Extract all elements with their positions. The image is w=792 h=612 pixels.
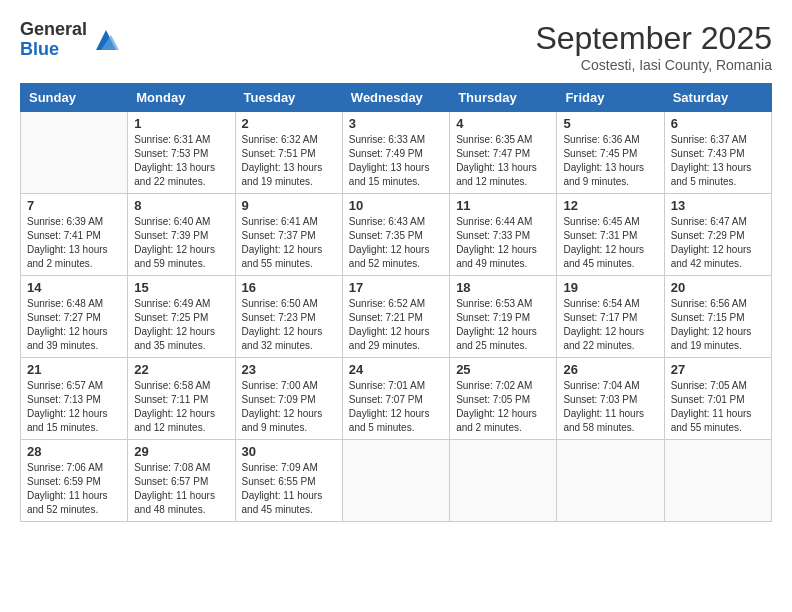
calendar-cell: 22Sunrise: 6:58 AM Sunset: 7:11 PM Dayli… [128, 358, 235, 440]
day-info: Sunrise: 6:56 AM Sunset: 7:15 PM Dayligh… [671, 297, 765, 353]
calendar-week-row: 14Sunrise: 6:48 AM Sunset: 7:27 PM Dayli… [21, 276, 772, 358]
calendar-cell: 17Sunrise: 6:52 AM Sunset: 7:21 PM Dayli… [342, 276, 449, 358]
calendar-cell: 16Sunrise: 6:50 AM Sunset: 7:23 PM Dayli… [235, 276, 342, 358]
day-info: Sunrise: 6:31 AM Sunset: 7:53 PM Dayligh… [134, 133, 228, 189]
day-info: Sunrise: 6:37 AM Sunset: 7:43 PM Dayligh… [671, 133, 765, 189]
day-number: 11 [456, 198, 550, 213]
day-number: 27 [671, 362, 765, 377]
calendar-cell: 27Sunrise: 7:05 AM Sunset: 7:01 PM Dayli… [664, 358, 771, 440]
day-info: Sunrise: 6:58 AM Sunset: 7:11 PM Dayligh… [134, 379, 228, 435]
day-number: 14 [27, 280, 121, 295]
day-info: Sunrise: 7:00 AM Sunset: 7:09 PM Dayligh… [242, 379, 336, 435]
day-info: Sunrise: 6:54 AM Sunset: 7:17 PM Dayligh… [563, 297, 657, 353]
calendar-cell: 14Sunrise: 6:48 AM Sunset: 7:27 PM Dayli… [21, 276, 128, 358]
day-number: 13 [671, 198, 765, 213]
calendar-cell: 15Sunrise: 6:49 AM Sunset: 7:25 PM Dayli… [128, 276, 235, 358]
day-info: Sunrise: 6:50 AM Sunset: 7:23 PM Dayligh… [242, 297, 336, 353]
location-subtitle: Costesti, Iasi County, Romania [535, 57, 772, 73]
day-number: 6 [671, 116, 765, 131]
calendar-header-row: SundayMondayTuesdayWednesdayThursdayFrid… [21, 84, 772, 112]
calendar-header-monday: Monday [128, 84, 235, 112]
title-block: September 2025 Costesti, Iasi County, Ro… [535, 20, 772, 73]
page-header: General Blue September 2025 Costesti, Ia… [20, 20, 772, 73]
calendar-cell [450, 440, 557, 522]
calendar-cell: 20Sunrise: 6:56 AM Sunset: 7:15 PM Dayli… [664, 276, 771, 358]
calendar-header-saturday: Saturday [664, 84, 771, 112]
day-number: 20 [671, 280, 765, 295]
day-info: Sunrise: 6:48 AM Sunset: 7:27 PM Dayligh… [27, 297, 121, 353]
day-number: 1 [134, 116, 228, 131]
calendar-cell: 5Sunrise: 6:36 AM Sunset: 7:45 PM Daylig… [557, 112, 664, 194]
day-info: Sunrise: 6:43 AM Sunset: 7:35 PM Dayligh… [349, 215, 443, 271]
day-number: 30 [242, 444, 336, 459]
day-number: 19 [563, 280, 657, 295]
calendar-cell: 29Sunrise: 7:08 AM Sunset: 6:57 PM Dayli… [128, 440, 235, 522]
logo-general-text: General [20, 20, 87, 40]
day-info: Sunrise: 6:57 AM Sunset: 7:13 PM Dayligh… [27, 379, 121, 435]
calendar-header-sunday: Sunday [21, 84, 128, 112]
calendar-cell: 9Sunrise: 6:41 AM Sunset: 7:37 PM Daylig… [235, 194, 342, 276]
day-number: 9 [242, 198, 336, 213]
day-info: Sunrise: 7:01 AM Sunset: 7:07 PM Dayligh… [349, 379, 443, 435]
calendar-cell [342, 440, 449, 522]
day-number: 24 [349, 362, 443, 377]
day-info: Sunrise: 6:49 AM Sunset: 7:25 PM Dayligh… [134, 297, 228, 353]
calendar-cell: 3Sunrise: 6:33 AM Sunset: 7:49 PM Daylig… [342, 112, 449, 194]
day-info: Sunrise: 6:32 AM Sunset: 7:51 PM Dayligh… [242, 133, 336, 189]
day-number: 17 [349, 280, 443, 295]
calendar-cell: 7Sunrise: 6:39 AM Sunset: 7:41 PM Daylig… [21, 194, 128, 276]
day-info: Sunrise: 7:08 AM Sunset: 6:57 PM Dayligh… [134, 461, 228, 517]
day-number: 25 [456, 362, 550, 377]
day-number: 3 [349, 116, 443, 131]
logo: General Blue [20, 20, 121, 60]
day-number: 4 [456, 116, 550, 131]
calendar-cell [21, 112, 128, 194]
calendar-cell: 4Sunrise: 6:35 AM Sunset: 7:47 PM Daylig… [450, 112, 557, 194]
day-number: 2 [242, 116, 336, 131]
day-number: 18 [456, 280, 550, 295]
calendar-cell: 28Sunrise: 7:06 AM Sunset: 6:59 PM Dayli… [21, 440, 128, 522]
day-info: Sunrise: 7:06 AM Sunset: 6:59 PM Dayligh… [27, 461, 121, 517]
calendar-cell: 6Sunrise: 6:37 AM Sunset: 7:43 PM Daylig… [664, 112, 771, 194]
day-info: Sunrise: 6:53 AM Sunset: 7:19 PM Dayligh… [456, 297, 550, 353]
day-number: 26 [563, 362, 657, 377]
day-number: 7 [27, 198, 121, 213]
day-number: 22 [134, 362, 228, 377]
day-info: Sunrise: 7:04 AM Sunset: 7:03 PM Dayligh… [563, 379, 657, 435]
calendar-cell: 26Sunrise: 7:04 AM Sunset: 7:03 PM Dayli… [557, 358, 664, 440]
day-number: 12 [563, 198, 657, 213]
calendar-week-row: 1Sunrise: 6:31 AM Sunset: 7:53 PM Daylig… [21, 112, 772, 194]
day-info: Sunrise: 6:41 AM Sunset: 7:37 PM Dayligh… [242, 215, 336, 271]
day-info: Sunrise: 6:33 AM Sunset: 7:49 PM Dayligh… [349, 133, 443, 189]
calendar-header-tuesday: Tuesday [235, 84, 342, 112]
month-title: September 2025 [535, 20, 772, 57]
day-number: 28 [27, 444, 121, 459]
calendar-cell: 21Sunrise: 6:57 AM Sunset: 7:13 PM Dayli… [21, 358, 128, 440]
calendar-cell: 23Sunrise: 7:00 AM Sunset: 7:09 PM Dayli… [235, 358, 342, 440]
calendar-cell: 12Sunrise: 6:45 AM Sunset: 7:31 PM Dayli… [557, 194, 664, 276]
calendar-header-thursday: Thursday [450, 84, 557, 112]
calendar-cell [664, 440, 771, 522]
calendar-cell: 10Sunrise: 6:43 AM Sunset: 7:35 PM Dayli… [342, 194, 449, 276]
calendar-week-row: 7Sunrise: 6:39 AM Sunset: 7:41 PM Daylig… [21, 194, 772, 276]
day-number: 23 [242, 362, 336, 377]
calendar-week-row: 28Sunrise: 7:06 AM Sunset: 6:59 PM Dayli… [21, 440, 772, 522]
day-info: Sunrise: 7:02 AM Sunset: 7:05 PM Dayligh… [456, 379, 550, 435]
calendar-cell: 8Sunrise: 6:40 AM Sunset: 7:39 PM Daylig… [128, 194, 235, 276]
calendar-header-friday: Friday [557, 84, 664, 112]
day-info: Sunrise: 6:45 AM Sunset: 7:31 PM Dayligh… [563, 215, 657, 271]
day-number: 8 [134, 198, 228, 213]
calendar-cell: 30Sunrise: 7:09 AM Sunset: 6:55 PM Dayli… [235, 440, 342, 522]
day-number: 29 [134, 444, 228, 459]
day-info: Sunrise: 6:35 AM Sunset: 7:47 PM Dayligh… [456, 133, 550, 189]
day-info: Sunrise: 6:44 AM Sunset: 7:33 PM Dayligh… [456, 215, 550, 271]
day-info: Sunrise: 7:09 AM Sunset: 6:55 PM Dayligh… [242, 461, 336, 517]
logo-icon [91, 25, 121, 55]
calendar-cell: 1Sunrise: 6:31 AM Sunset: 7:53 PM Daylig… [128, 112, 235, 194]
day-info: Sunrise: 6:52 AM Sunset: 7:21 PM Dayligh… [349, 297, 443, 353]
day-number: 16 [242, 280, 336, 295]
calendar-cell: 24Sunrise: 7:01 AM Sunset: 7:07 PM Dayli… [342, 358, 449, 440]
calendar-cell: 25Sunrise: 7:02 AM Sunset: 7:05 PM Dayli… [450, 358, 557, 440]
day-info: Sunrise: 6:40 AM Sunset: 7:39 PM Dayligh… [134, 215, 228, 271]
day-number: 21 [27, 362, 121, 377]
